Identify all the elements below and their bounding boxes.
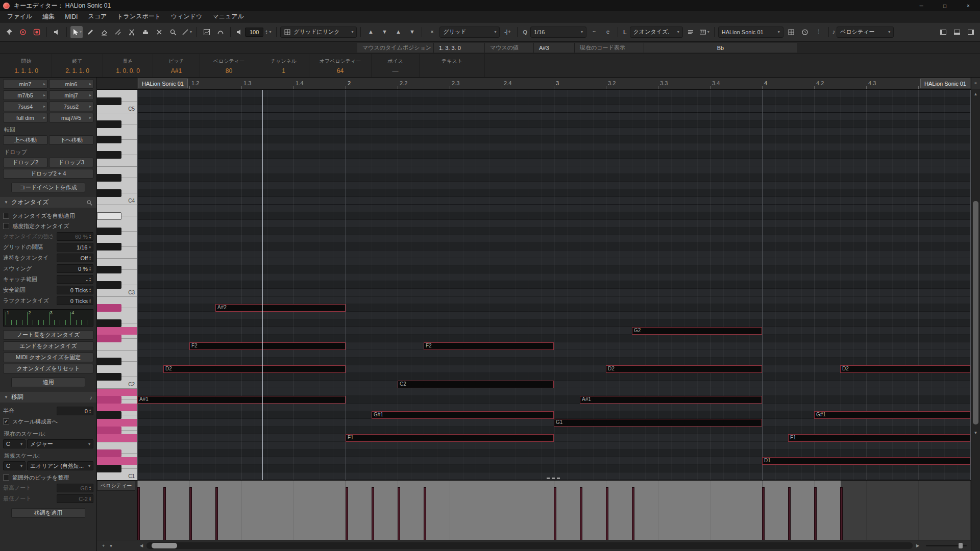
param-spinner[interactable]: 60 %▴▾ <box>57 232 93 241</box>
snap-off-button[interactable]: × <box>426 26 438 38</box>
param-spinner[interactable]: C-2▴▾ <box>57 494 93 503</box>
param-spinner[interactable]: 0 Ticks▴▾ <box>57 296 93 305</box>
quantize-panel-button[interactable]: e <box>602 26 614 38</box>
tool-object-selection[interactable]: ▾ <box>70 26 83 38</box>
maximize-button[interactable]: □ <box>933 0 957 11</box>
chord-button[interactable]: m7/b5▸ <box>3 90 47 100</box>
auto-apply-quantize-checkbox[interactable] <box>3 213 9 219</box>
timeline-ruler[interactable]: 1.21.31.422.22.32.433.23.33.444.24.34.4H… <box>137 78 971 90</box>
info-field-value[interactable]: 1. 0. 0. 0 <box>103 67 153 74</box>
velocity-bar[interactable] <box>189 487 192 540</box>
chord-button[interactable]: min7▸ <box>3 79 47 89</box>
soft-quantize-checkbox[interactable] <box>3 223 9 229</box>
velocity-bar[interactable] <box>606 487 608 540</box>
new-scale-root-dropdown[interactable]: C ▾ <box>3 461 26 470</box>
piano-key-As1[interactable] <box>97 396 121 404</box>
lane-splitter-handle[interactable] <box>547 478 562 479</box>
midi-note[interactable]: G#1 <box>814 411 970 419</box>
tool-line[interactable]: ▾ <box>181 26 193 38</box>
piano-key-Ds3[interactable] <box>97 266 121 273</box>
spinner-icon[interactable]: ▴▾ <box>89 277 91 282</box>
vertical-scrollbar-thumb[interactable] <box>973 201 978 424</box>
scroll-up-button[interactable]: ▲ <box>971 90 980 98</box>
current-scale-root-dropdown[interactable]: C ▾ <box>3 439 26 448</box>
part-name-badge[interactable]: HALion Sonic 01 <box>920 79 970 88</box>
piano-key-Gs2[interactable] <box>97 319 121 327</box>
spinner-icon[interactable]: ▴▾ <box>265 30 267 35</box>
piano-key-Ds1[interactable] <box>97 449 121 457</box>
midi-note[interactable]: C2 <box>398 381 554 388</box>
midi-note[interactable]: A#2 <box>215 304 346 312</box>
nudge-settings-button[interactable]: -|+ <box>501 26 513 38</box>
show-right-zone-button[interactable] <box>965 26 977 38</box>
param-spinner[interactable]: 0 Ticks▴▾ <box>57 286 93 294</box>
param-spinner[interactable]: G8▴▾ <box>57 484 93 492</box>
piano-key-Gs3[interactable] <box>97 228 121 235</box>
velocity-bar[interactable] <box>632 487 634 540</box>
zoom-slider-handle[interactable] <box>959 543 963 548</box>
current-scale-type-dropdown[interactable]: メジャー ▾ <box>27 439 93 448</box>
tool-split[interactable] <box>126 26 138 38</box>
piano-key-Fs3[interactable] <box>97 243 121 251</box>
transpose-apply-button[interactable]: 移調を適用 <box>11 508 85 518</box>
length-quantize-dropdown[interactable]: クオンタイズ.▾ <box>630 27 683 38</box>
menu-item[interactable]: 編集 <box>37 11 60 22</box>
midi-note[interactable]: F2 <box>189 342 346 350</box>
velocity-bar[interactable] <box>137 487 140 540</box>
tool-trim[interactable] <box>112 26 124 38</box>
midi-note[interactable]: F1 <box>346 434 554 442</box>
chord-button[interactable]: min6▸ <box>49 79 93 89</box>
menu-item[interactable]: MIDI <box>60 11 83 22</box>
menu-item[interactable]: マニュアル <box>207 11 249 22</box>
nudge-up-button[interactable]: ▲ <box>364 26 377 38</box>
drop-button[interactable]: ドロップ3 <box>49 158 93 167</box>
midi-note[interactable]: D2 <box>840 365 970 373</box>
velocity-bar[interactable] <box>163 487 166 540</box>
piano-key-Fs2[interactable] <box>97 335 121 342</box>
spinner-icon[interactable]: ▴▾ <box>89 266 91 271</box>
midi-note[interactable]: D2 <box>163 365 346 373</box>
vertical-scrollbar[interactable]: ≡ ▲ ▼ <box>971 78 980 551</box>
velocity-bar[interactable] <box>762 487 765 540</box>
piano-key-Cs5[interactable] <box>97 97 121 105</box>
drop-2-4-button[interactable]: ドロップ2 + 4 <box>3 169 93 179</box>
velocity-bar[interactable] <box>372 487 374 540</box>
midi-note[interactable]: F1 <box>788 434 970 442</box>
midi-note[interactable]: A#1 <box>137 396 346 404</box>
tool-mute[interactable] <box>153 26 165 38</box>
transpose-section-header[interactable]: ▼ 移調 ♪ <box>0 392 96 403</box>
quantize-action-button[interactable]: クオンタイズをリセット <box>3 364 93 373</box>
piano-key-As3[interactable] <box>97 212 121 220</box>
tool-erase[interactable] <box>98 26 110 38</box>
solo-editor-button[interactable] <box>3 26 15 38</box>
transpose-up-button[interactable]: ▲ <box>392 26 404 38</box>
chord-button[interactable]: full dim▸ <box>3 113 47 122</box>
piano-key-Cs1[interactable] <box>97 465 121 472</box>
quantize-preset-dropdown[interactable]: 1/16▾ <box>530 27 586 38</box>
curve-display-button[interactable] <box>214 26 227 38</box>
velocity-bar[interactable] <box>424 487 426 540</box>
midi-note[interactable]: G1 <box>554 419 762 427</box>
solo-button[interactable] <box>17 26 29 38</box>
piano-key-Fs1[interactable] <box>97 427 121 434</box>
piano-key-As2[interactable] <box>97 304 121 312</box>
piano-keyboard[interactable]: C5C4C3C2C1 <box>97 90 137 480</box>
plus-icon[interactable]: + <box>102 543 105 548</box>
chord-button[interactable]: 7sus4▸ <box>3 102 47 111</box>
zoom-slider[interactable] <box>926 545 967 546</box>
scroll-right-button[interactable]: ▶ <box>914 543 922 548</box>
show-part-borders-button[interactable] <box>785 26 797 38</box>
velocity-bar[interactable] <box>840 487 843 540</box>
time-format-button[interactable] <box>799 26 811 38</box>
spinner-icon[interactable]: ▴▾ <box>89 496 91 502</box>
new-scale-type-dropdown[interactable]: エオリアン (自然短... ▾ <box>27 461 93 470</box>
spinner-icon[interactable]: ▴▾ <box>89 256 91 261</box>
inversion-button[interactable]: 下へ移動 <box>49 135 93 145</box>
piano-key-Fs4[interactable] <box>97 151 121 159</box>
ruler-options-button[interactable]: ≡ <box>971 78 980 89</box>
quantize-action-button[interactable]: MIDI クオンタイズを固定 <box>3 353 93 362</box>
tool-draw[interactable] <box>84 26 96 38</box>
acoustic-feedback-button[interactable] <box>51 26 63 38</box>
quantize-section-header[interactable]: ▼ クオンタイズ <box>0 197 96 208</box>
iterative-quantize-button[interactable]: ~ <box>588 26 600 38</box>
